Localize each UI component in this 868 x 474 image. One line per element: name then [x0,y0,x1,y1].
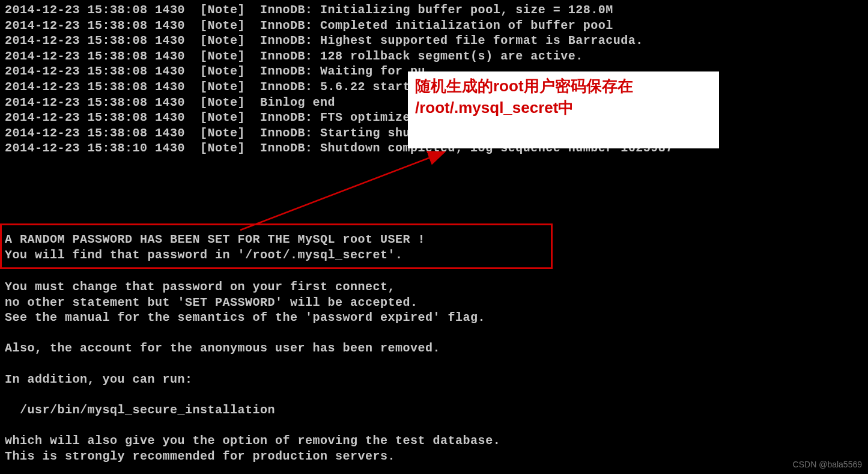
instruction-line: no other statement but 'SET PASSWORD' wi… [5,295,500,311]
blank-line [5,326,500,341]
instruction-line: /usr/bin/mysql_secure_installation [5,403,500,418]
boxed-line: You will find that password in '/root/.m… [5,248,425,263]
instruction-line: which will also give you the option of r… [5,433,500,449]
boxed-message-block: A RANDOM PASSWORD HAS BEEN SET FOR THE M… [5,232,425,263]
boxed-line: A RANDOM PASSWORD HAS BEEN SET FOR THE M… [5,232,425,248]
instruction-line: See the manual for the semantics of the … [5,310,500,326]
log-line: 2014-12-23 15:38:08 1430 [Note] InnoDB: … [5,18,863,34]
watermark-text: CSDN @bala5569 [793,460,862,470]
blank-line [5,356,500,372]
svg-line-1 [240,152,445,230]
annotation-callout: 随机生成的root用户密码保存在 /root/.mysql_secret中 [408,71,719,148]
log-line: 2014-12-23 15:38:08 1430 [Note] InnoDB: … [5,33,863,49]
blank-line [5,418,500,433]
annotation-line-1: 随机生成的root用户密码保存在 [415,75,712,97]
instruction-line: Also, the account for the anonymous user… [5,341,500,356]
log-line: 2014-12-23 15:38:08 1430 [Note] InnoDB: … [5,2,863,18]
annotation-line-2: /root/.mysql_secret中 [415,97,712,118]
instruction-line: In addition, you can run: [5,372,500,387]
instruction-line: This is strongly recommended for product… [5,449,500,464]
instructions-block: You must change that password on your fi… [5,279,500,464]
log-line: 2014-12-23 15:38:08 1430 [Note] InnoDB: … [5,49,863,64]
blank-line [5,387,500,403]
instruction-line: You must change that password on your fi… [5,279,500,295]
